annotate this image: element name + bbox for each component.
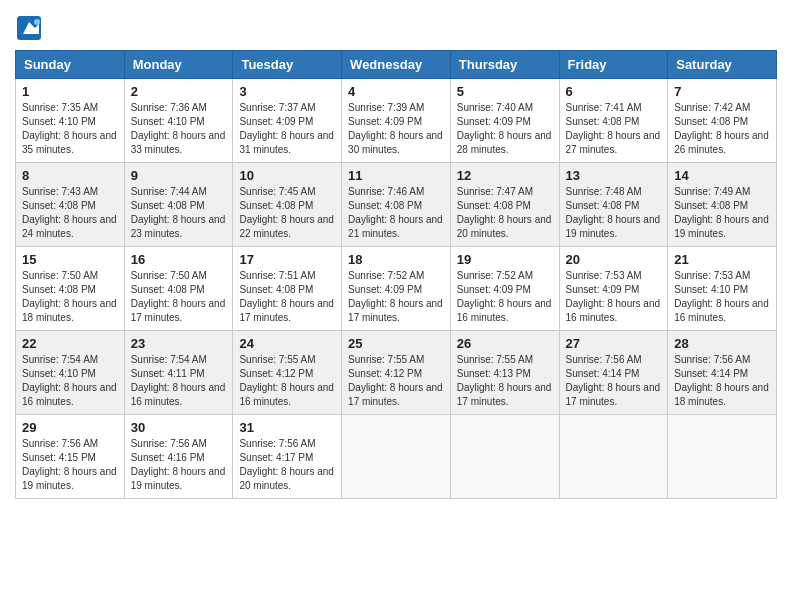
day-number: 10 xyxy=(239,168,335,183)
day-detail: Sunrise: 7:53 AMSunset: 4:09 PMDaylight:… xyxy=(566,269,662,325)
day-detail: Sunrise: 7:52 AMSunset: 4:09 PMDaylight:… xyxy=(348,269,444,325)
calendar-cell: 12Sunrise: 7:47 AMSunset: 4:08 PMDayligh… xyxy=(450,163,559,247)
calendar-cell: 31Sunrise: 7:56 AMSunset: 4:17 PMDayligh… xyxy=(233,415,342,499)
day-detail: Sunrise: 7:44 AMSunset: 4:08 PMDaylight:… xyxy=(131,185,227,241)
calendar-table: SundayMondayTuesdayWednesdayThursdayFrid… xyxy=(15,50,777,499)
day-number: 29 xyxy=(22,420,118,435)
day-number: 27 xyxy=(566,336,662,351)
calendar-cell xyxy=(668,415,777,499)
calendar-cell: 24Sunrise: 7:55 AMSunset: 4:12 PMDayligh… xyxy=(233,331,342,415)
calendar-cell: 17Sunrise: 7:51 AMSunset: 4:08 PMDayligh… xyxy=(233,247,342,331)
day-detail: Sunrise: 7:53 AMSunset: 4:10 PMDaylight:… xyxy=(674,269,770,325)
calendar-cell: 20Sunrise: 7:53 AMSunset: 4:09 PMDayligh… xyxy=(559,247,668,331)
day-detail: Sunrise: 7:39 AMSunset: 4:09 PMDaylight:… xyxy=(348,101,444,157)
day-detail: Sunrise: 7:37 AMSunset: 4:09 PMDaylight:… xyxy=(239,101,335,157)
calendar-header-tuesday: Tuesday xyxy=(233,51,342,79)
day-detail: Sunrise: 7:43 AMSunset: 4:08 PMDaylight:… xyxy=(22,185,118,241)
day-detail: Sunrise: 7:55 AMSunset: 4:12 PMDaylight:… xyxy=(348,353,444,409)
day-number: 24 xyxy=(239,336,335,351)
logo-icon xyxy=(15,14,43,42)
day-detail: Sunrise: 7:56 AMSunset: 4:17 PMDaylight:… xyxy=(239,437,335,493)
calendar-cell: 21Sunrise: 7:53 AMSunset: 4:10 PMDayligh… xyxy=(668,247,777,331)
day-number: 20 xyxy=(566,252,662,267)
calendar-cell: 11Sunrise: 7:46 AMSunset: 4:08 PMDayligh… xyxy=(342,163,451,247)
day-detail: Sunrise: 7:56 AMSunset: 4:14 PMDaylight:… xyxy=(674,353,770,409)
day-detail: Sunrise: 7:54 AMSunset: 4:10 PMDaylight:… xyxy=(22,353,118,409)
calendar-cell: 5Sunrise: 7:40 AMSunset: 4:09 PMDaylight… xyxy=(450,79,559,163)
header xyxy=(15,10,777,42)
calendar-week-row: 1Sunrise: 7:35 AMSunset: 4:10 PMDaylight… xyxy=(16,79,777,163)
day-detail: Sunrise: 7:51 AMSunset: 4:08 PMDaylight:… xyxy=(239,269,335,325)
day-detail: Sunrise: 7:35 AMSunset: 4:10 PMDaylight:… xyxy=(22,101,118,157)
day-detail: Sunrise: 7:47 AMSunset: 4:08 PMDaylight:… xyxy=(457,185,553,241)
calendar-cell: 1Sunrise: 7:35 AMSunset: 4:10 PMDaylight… xyxy=(16,79,125,163)
calendar-header-row: SundayMondayTuesdayWednesdayThursdayFrid… xyxy=(16,51,777,79)
day-number: 18 xyxy=(348,252,444,267)
day-number: 2 xyxy=(131,84,227,99)
day-detail: Sunrise: 7:54 AMSunset: 4:11 PMDaylight:… xyxy=(131,353,227,409)
calendar-week-row: 8Sunrise: 7:43 AMSunset: 4:08 PMDaylight… xyxy=(16,163,777,247)
day-detail: Sunrise: 7:50 AMSunset: 4:08 PMDaylight:… xyxy=(131,269,227,325)
day-detail: Sunrise: 7:52 AMSunset: 4:09 PMDaylight:… xyxy=(457,269,553,325)
calendar-cell: 16Sunrise: 7:50 AMSunset: 4:08 PMDayligh… xyxy=(124,247,233,331)
day-number: 19 xyxy=(457,252,553,267)
day-detail: Sunrise: 7:56 AMSunset: 4:14 PMDaylight:… xyxy=(566,353,662,409)
calendar-cell: 27Sunrise: 7:56 AMSunset: 4:14 PMDayligh… xyxy=(559,331,668,415)
calendar-cell: 15Sunrise: 7:50 AMSunset: 4:08 PMDayligh… xyxy=(16,247,125,331)
day-number: 17 xyxy=(239,252,335,267)
day-number: 6 xyxy=(566,84,662,99)
calendar-cell: 6Sunrise: 7:41 AMSunset: 4:08 PMDaylight… xyxy=(559,79,668,163)
day-number: 13 xyxy=(566,168,662,183)
calendar-cell xyxy=(559,415,668,499)
calendar-cell: 30Sunrise: 7:56 AMSunset: 4:16 PMDayligh… xyxy=(124,415,233,499)
calendar-week-row: 29Sunrise: 7:56 AMSunset: 4:15 PMDayligh… xyxy=(16,415,777,499)
day-number: 11 xyxy=(348,168,444,183)
calendar-body: 1Sunrise: 7:35 AMSunset: 4:10 PMDaylight… xyxy=(16,79,777,499)
day-detail: Sunrise: 7:55 AMSunset: 4:12 PMDaylight:… xyxy=(239,353,335,409)
logo xyxy=(15,14,46,42)
svg-point-2 xyxy=(34,19,40,25)
day-detail: Sunrise: 7:48 AMSunset: 4:08 PMDaylight:… xyxy=(566,185,662,241)
day-detail: Sunrise: 7:40 AMSunset: 4:09 PMDaylight:… xyxy=(457,101,553,157)
day-detail: Sunrise: 7:49 AMSunset: 4:08 PMDaylight:… xyxy=(674,185,770,241)
day-detail: Sunrise: 7:36 AMSunset: 4:10 PMDaylight:… xyxy=(131,101,227,157)
calendar-cell: 7Sunrise: 7:42 AMSunset: 4:08 PMDaylight… xyxy=(668,79,777,163)
calendar-header-thursday: Thursday xyxy=(450,51,559,79)
calendar-header-monday: Monday xyxy=(124,51,233,79)
day-number: 5 xyxy=(457,84,553,99)
calendar-header-wednesday: Wednesday xyxy=(342,51,451,79)
day-number: 30 xyxy=(131,420,227,435)
calendar-week-row: 22Sunrise: 7:54 AMSunset: 4:10 PMDayligh… xyxy=(16,331,777,415)
day-detail: Sunrise: 7:41 AMSunset: 4:08 PMDaylight:… xyxy=(566,101,662,157)
day-number: 7 xyxy=(674,84,770,99)
day-number: 25 xyxy=(348,336,444,351)
day-number: 31 xyxy=(239,420,335,435)
calendar-cell: 14Sunrise: 7:49 AMSunset: 4:08 PMDayligh… xyxy=(668,163,777,247)
day-number: 3 xyxy=(239,84,335,99)
calendar-cell: 28Sunrise: 7:56 AMSunset: 4:14 PMDayligh… xyxy=(668,331,777,415)
calendar-cell: 23Sunrise: 7:54 AMSunset: 4:11 PMDayligh… xyxy=(124,331,233,415)
calendar-cell xyxy=(450,415,559,499)
calendar-cell: 25Sunrise: 7:55 AMSunset: 4:12 PMDayligh… xyxy=(342,331,451,415)
calendar-cell: 3Sunrise: 7:37 AMSunset: 4:09 PMDaylight… xyxy=(233,79,342,163)
day-number: 16 xyxy=(131,252,227,267)
calendar-cell: 2Sunrise: 7:36 AMSunset: 4:10 PMDaylight… xyxy=(124,79,233,163)
day-detail: Sunrise: 7:45 AMSunset: 4:08 PMDaylight:… xyxy=(239,185,335,241)
day-number: 15 xyxy=(22,252,118,267)
calendar-week-row: 15Sunrise: 7:50 AMSunset: 4:08 PMDayligh… xyxy=(16,247,777,331)
calendar-cell: 10Sunrise: 7:45 AMSunset: 4:08 PMDayligh… xyxy=(233,163,342,247)
day-number: 14 xyxy=(674,168,770,183)
calendar-cell: 29Sunrise: 7:56 AMSunset: 4:15 PMDayligh… xyxy=(16,415,125,499)
calendar-cell: 18Sunrise: 7:52 AMSunset: 4:09 PMDayligh… xyxy=(342,247,451,331)
day-detail: Sunrise: 7:42 AMSunset: 4:08 PMDaylight:… xyxy=(674,101,770,157)
day-detail: Sunrise: 7:46 AMSunset: 4:08 PMDaylight:… xyxy=(348,185,444,241)
calendar-cell: 26Sunrise: 7:55 AMSunset: 4:13 PMDayligh… xyxy=(450,331,559,415)
day-number: 22 xyxy=(22,336,118,351)
calendar-header-sunday: Sunday xyxy=(16,51,125,79)
day-detail: Sunrise: 7:56 AMSunset: 4:16 PMDaylight:… xyxy=(131,437,227,493)
day-detail: Sunrise: 7:50 AMSunset: 4:08 PMDaylight:… xyxy=(22,269,118,325)
day-number: 4 xyxy=(348,84,444,99)
day-detail: Sunrise: 7:56 AMSunset: 4:15 PMDaylight:… xyxy=(22,437,118,493)
day-number: 26 xyxy=(457,336,553,351)
day-number: 21 xyxy=(674,252,770,267)
